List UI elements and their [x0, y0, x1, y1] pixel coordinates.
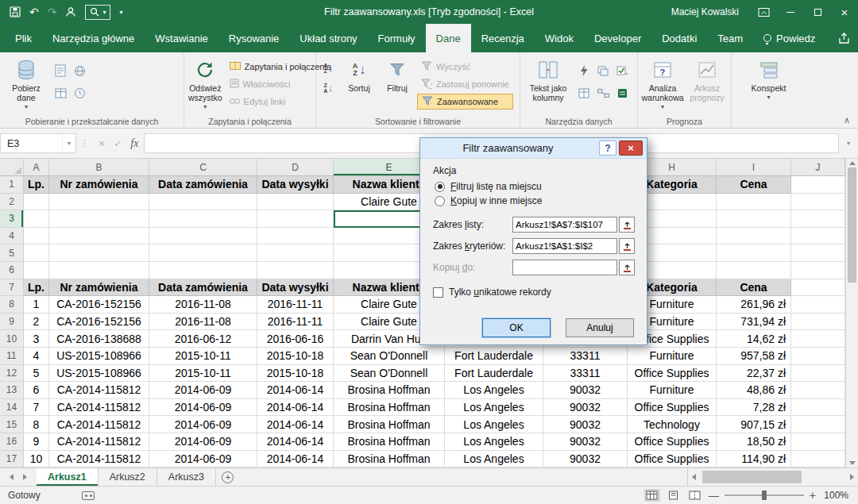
cell-I2[interactable] [717, 194, 791, 211]
cell-D1[interactable]: Data wysyłki [257, 176, 334, 194]
cell-I8[interactable]: 261,96 zł [717, 296, 791, 314]
refresh-all-button[interactable]: Odśwież wszystko▾ [187, 56, 224, 114]
cell-C6[interactable] [149, 262, 257, 279]
range-selector-icon[interactable] [619, 217, 635, 233]
row-header-1[interactable]: 1 [0, 176, 24, 194]
from-table-icon[interactable] [52, 83, 69, 103]
cell-B5[interactable] [49, 244, 149, 262]
insert-function-icon[interactable]: fx [130, 137, 138, 150]
cell-B10[interactable]: CA-2016-138688 [49, 330, 149, 348]
cell-F16[interactable]: Los Angeles [445, 433, 543, 451]
select-all-corner[interactable] [0, 159, 24, 176]
horizontal-scroll-thumb[interactable] [702, 471, 802, 483]
cancel-button[interactable]: Anuluj [566, 318, 634, 337]
next-sheet-icon[interactable] [23, 474, 27, 480]
cell-F14[interactable]: Los Angeles [445, 399, 543, 417]
cell-C10[interactable]: 2016-06-12 [149, 330, 257, 348]
name-box-dropdown-icon[interactable]: ▾ [62, 134, 75, 152]
cell-A5[interactable] [24, 244, 49, 262]
cell-G11[interactable]: 33311 [543, 348, 628, 365]
radio-copy-elsewhere[interactable]: Kopiuj w inne miejsce [435, 195, 634, 206]
cell-A8[interactable]: 1 [24, 296, 49, 314]
cell-C1[interactable]: Data zamówienia [149, 176, 257, 194]
cell-J11[interactable] [791, 348, 845, 365]
qat-customize-icon[interactable]: ▾ [119, 9, 122, 16]
column-header-B[interactable]: B [49, 159, 149, 176]
cell-C17[interactable]: 2014-06-09 [149, 451, 257, 468]
cell-G12[interactable]: 33311 [543, 365, 628, 383]
zoom-out-icon[interactable]: — [709, 490, 719, 502]
tab-plik[interactable]: Plik [5, 24, 42, 52]
cell-A10[interactable]: 3 [24, 330, 49, 348]
cell-E12[interactable]: Sean O'Donnell [334, 365, 445, 383]
cell-I6[interactable] [717, 262, 791, 279]
clear-filter-button[interactable]: Wyczyść [417, 59, 513, 75]
cell-C4[interactable] [149, 228, 257, 245]
formula-bar-expand-icon[interactable]: ▾ [839, 140, 858, 147]
cell-C2[interactable] [149, 194, 257, 211]
cell-D5[interactable] [257, 244, 334, 262]
row-header-6[interactable]: 6 [0, 262, 24, 279]
cell-J15[interactable] [791, 416, 845, 433]
cell-A9[interactable]: 2 [24, 314, 49, 331]
row-header-8[interactable]: 8 [0, 296, 24, 314]
range-selector-icon[interactable] [619, 238, 635, 254]
column-header-A[interactable]: A [24, 159, 49, 176]
cell-B4[interactable] [49, 228, 149, 245]
tab-rysowanie[interactable]: Rysowanie [218, 24, 290, 52]
cell-I4[interactable] [717, 228, 791, 245]
row-header-2[interactable]: 2 [0, 194, 24, 211]
row-header-3[interactable]: 3 [0, 210, 24, 228]
cell-D9[interactable]: 2016-11-11 [257, 314, 334, 331]
cell-J8[interactable] [791, 296, 845, 314]
cell-F17[interactable]: Los Angeles [445, 451, 543, 468]
row-header-7[interactable]: 7 [0, 279, 24, 297]
cell-A11[interactable]: 4 [24, 348, 49, 365]
sheet-tab-arkusz2[interactable]: Arkusz2 [99, 468, 157, 486]
tab-narzędzia-główne[interactable]: Narzędzia główne [42, 24, 145, 52]
cell-C9[interactable]: 2016-11-08 [149, 314, 257, 331]
confirm-entry-icon[interactable]: ✓ [114, 139, 122, 148]
cell-I17[interactable]: 114,90 zł [717, 451, 791, 468]
cell-J17[interactable] [791, 451, 845, 468]
row-header-9[interactable]: 9 [0, 314, 24, 331]
cell-B17[interactable]: CA-2014-115812 [49, 451, 149, 468]
cell-D11[interactable]: 2015-10-18 [257, 348, 334, 365]
scroll-right-icon[interactable] [850, 474, 854, 480]
maximize-button[interactable] [804, 0, 831, 24]
redo-icon[interactable]: ↷ [48, 6, 57, 17]
cell-D16[interactable]: 2014-06-14 [257, 433, 334, 451]
cell-A7[interactable]: Lp. [24, 279, 49, 297]
row-header-4[interactable]: 4 [0, 228, 24, 245]
cell-H11[interactable]: Furniture [628, 348, 717, 365]
cell-I10[interactable]: 14,62 zł [717, 330, 791, 348]
cell-J14[interactable] [791, 399, 845, 417]
cell-J5[interactable] [791, 244, 845, 262]
account-icon[interactable] [65, 6, 76, 17]
cell-I12[interactable]: 22,37 zł [717, 365, 791, 383]
tab-dane[interactable]: Dane [426, 24, 471, 52]
cell-D7[interactable]: Data wysyłki [257, 279, 334, 297]
cell-B11[interactable]: US-2015-108966 [49, 348, 149, 365]
cell-D8[interactable]: 2016-11-11 [257, 296, 334, 314]
outline-button[interactable]: Konspekt▾ [744, 56, 794, 105]
close-button[interactable]: × [831, 0, 858, 24]
cell-H14[interactable]: Office Supplies [628, 399, 717, 417]
criteria-range-input[interactable] [512, 238, 617, 254]
cell-E13[interactable]: Brosina Hoffman [334, 382, 445, 399]
macro-record-icon[interactable] [82, 491, 95, 500]
normal-view-icon[interactable] [644, 489, 660, 502]
cell-J9[interactable] [791, 314, 845, 331]
tab-układ-strony[interactable]: Układ strony [289, 24, 367, 52]
row-header-15[interactable]: 15 [0, 416, 24, 433]
get-data-button[interactable]: Pobierz dane▾ [2, 56, 50, 114]
copy-to-input[interactable] [512, 260, 617, 275]
cell-D17[interactable]: 2014-06-14 [257, 451, 334, 468]
cell-C5[interactable] [149, 244, 257, 262]
cell-H16[interactable]: Office Supplies [628, 433, 717, 451]
row-header-10[interactable]: 10 [0, 330, 24, 348]
minimize-button[interactable] [777, 0, 804, 24]
dialog-close-button[interactable]: × [619, 140, 643, 156]
cell-I5[interactable] [717, 244, 791, 262]
cell-J4[interactable] [791, 228, 845, 245]
